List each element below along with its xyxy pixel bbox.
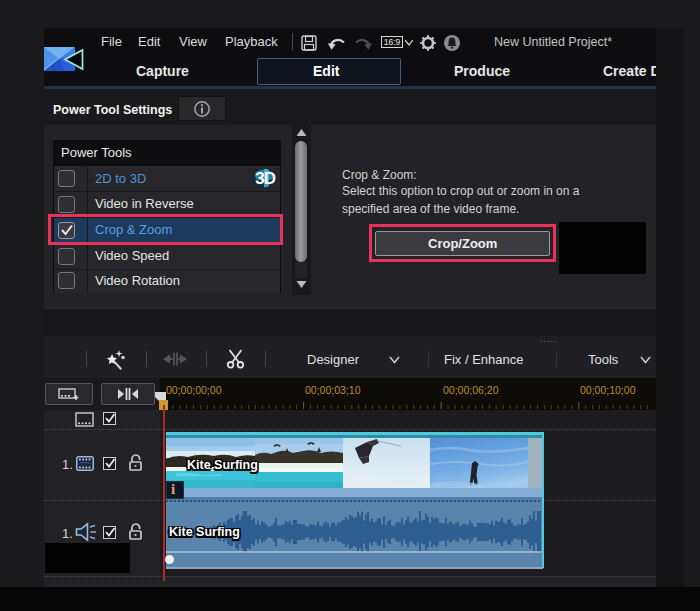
svg-text:D: D: [264, 169, 276, 188]
